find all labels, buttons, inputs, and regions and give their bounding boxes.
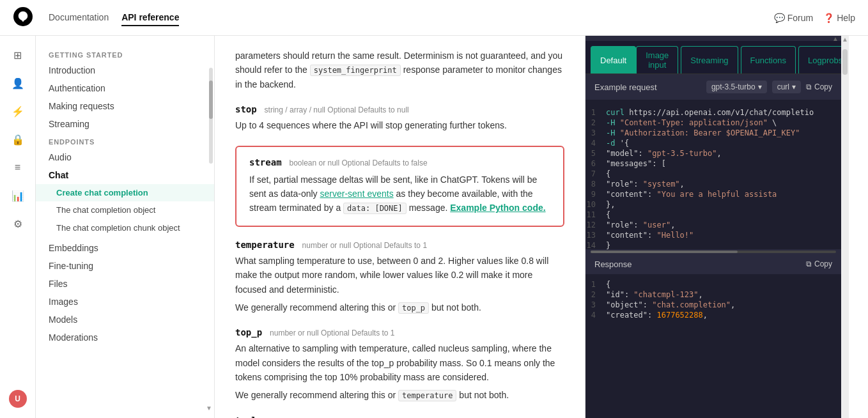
code-line: 2 "id": "chatcmpl-123", <box>585 290 841 300</box>
sidebar-item-chat-completion-chunk[interactable]: The chat completion chunk object <box>36 219 214 239</box>
stream-param-block: stream boolean or null Optional Defaults… <box>235 146 564 227</box>
scroll-thumb <box>591 251 738 253</box>
help-link[interactable]: ❓ Help <box>823 13 855 23</box>
avatar[interactable]: U <box>6 387 29 410</box>
doc-link[interactable]: Documentation <box>49 10 109 26</box>
stream-param-name: stream <box>249 157 282 167</box>
forum-icon: 💬 <box>774 13 785 23</box>
sidebar-item-files[interactable]: Files <box>36 275 214 293</box>
response-header: Response ⧉ Copy <box>585 254 841 274</box>
chart-icon[interactable]: 📊 <box>6 184 29 207</box>
stream-param-header: stream boolean or null Optional Defaults… <box>249 157 550 167</box>
sidebar-scroll-thumb <box>209 81 213 119</box>
doc-content: parameters should return the same result… <box>215 36 585 418</box>
lock-icon[interactable]: 🔒 <box>6 128 29 151</box>
stop-param-header: stop string / array / null Optional Defa… <box>235 104 564 114</box>
top-right: 💬 Forum ❓ Help <box>774 13 855 23</box>
sidebar-item-embeddings[interactable]: Embeddings <box>36 239 214 257</box>
lang-selector[interactable]: curl ▾ <box>772 81 801 93</box>
sidebar-item-chat[interactable]: Chat <box>36 166 214 184</box>
tab-logprobs[interactable]: Logprobs <box>798 46 841 74</box>
response-code: 1{2 "id": "chatcmpl-123",3 "object": "ch… <box>585 274 841 419</box>
tab-image-input[interactable]: Image input <box>636 46 678 74</box>
sidebar-item-fine-tuning[interactable]: Fine-tuning <box>36 257 214 275</box>
tabs-bar: Default Image input Streaming Functions … <box>585 41 841 74</box>
tools-param: tools array Optional A list of tools the… <box>235 415 564 418</box>
top-nav: Documentation API reference 💬 Forum ❓ He… <box>0 0 868 36</box>
scroll-track <box>591 251 836 253</box>
code-line: 3 -H "Authorization: Bearer $OPENAI_API_… <box>585 128 841 138</box>
temperature-param-meta: number or null Optional Defaults to 1 <box>302 241 427 250</box>
sidebar-item-moderations[interactable]: Moderations <box>36 329 214 346</box>
model-selector[interactable]: gpt-3.5-turbo ▾ <box>706 81 767 93</box>
scroll-down-icon: ▼ <box>204 405 214 412</box>
top-p-param-desc1: An alternative to sampling with temperat… <box>235 341 564 384</box>
intro-para: parameters should return the same result… <box>235 49 564 91</box>
example-request-header: Example request gpt-3.5-turbo ▾ curl ▾ ⧉… <box>585 74 841 100</box>
sidebar-item-making-requests[interactable]: Making requests <box>36 97 214 115</box>
help-icon: ❓ <box>823 13 834 23</box>
user-avatar: U <box>9 390 27 408</box>
data-done-code: data: [DONE] <box>343 203 407 214</box>
example-python-link[interactable]: Example Python code. <box>450 203 545 213</box>
code-line: 7 { <box>585 169 841 179</box>
right-scroll-thumb <box>842 49 848 75</box>
endpoints-title: ENDPOINTS <box>36 133 214 148</box>
code-line: 6 "messages": [ <box>585 159 841 169</box>
stop-param: stop string / array / null Optional Defa… <box>235 104 564 132</box>
gear-icon[interactable]: ⚙ <box>6 212 29 235</box>
horizontal-scrollbar[interactable] <box>585 249 841 254</box>
tools-param-header: tools array Optional <box>235 415 564 418</box>
sidebar-item-introduction[interactable]: Introduction <box>36 61 214 79</box>
code-line: 2 -H "Content-Type: application/json" \ <box>585 118 841 128</box>
temperature-param-desc2: We generally recommend altering this or … <box>235 300 564 314</box>
api-ref-link[interactable]: API reference <box>121 10 179 26</box>
code-line: 12 "role": "user", <box>585 220 841 230</box>
temperature-param-desc1: What sampling temperature to use, betwee… <box>235 254 564 297</box>
code-line: 9 "content": "You are a helpful assista <box>585 189 841 199</box>
tab-functions[interactable]: Functions <box>741 46 796 74</box>
example-copy-button[interactable]: ⧉ Copy <box>806 82 832 91</box>
lang-chevron-icon: ▾ <box>792 82 796 91</box>
temperature-param: temperature number or null Optional Defa… <box>235 240 564 315</box>
user-icon[interactable]: 👤 <box>6 72 29 95</box>
chevron-down-icon: ▾ <box>758 82 762 91</box>
code-line: 11 { <box>585 210 841 220</box>
right-scroll-up-icon: ▲ <box>842 36 848 43</box>
code-line: 4 "created": 1677652288, <box>585 310 841 320</box>
logo <box>13 6 33 29</box>
sidebar-item-audio[interactable]: Audio <box>36 148 214 166</box>
copy-icon: ⧉ <box>806 82 812 91</box>
main-layout: ⊞ 👤 ⚡ 🔒 ≡ 📊 ⚙ U GETTING STARTED Introduc… <box>0 36 868 418</box>
right-panel: ▲ Default Image input Streaming Function… <box>585 36 841 418</box>
getting-started-title: GETTING STARTED <box>36 46 214 61</box>
tab-default[interactable]: Default <box>591 46 636 74</box>
sidebar-item-create-chat-completion[interactable]: Create chat completion <box>36 184 214 201</box>
temperature-code: temperature <box>398 390 456 401</box>
sidebar-item-models[interactable]: Models <box>36 311 214 329</box>
server-sent-events-link[interactable]: server-sent events <box>320 189 394 199</box>
code-line: 1curl https://api.openai.com/v1/chat/com… <box>585 107 841 118</box>
sidebar-item-streaming[interactable]: Streaming <box>36 115 214 133</box>
sidebar-item-authentication[interactable]: Authentication <box>36 79 214 97</box>
stream-param-desc: If set, partial message deltas will be s… <box>249 173 550 215</box>
stream-param-meta: boolean or null Optional Defaults to fal… <box>289 159 427 167</box>
top-p-param-header: top_p number or null Optional Defaults t… <box>235 327 564 337</box>
code-line: 8 "role": "system", <box>585 179 841 189</box>
sidebar-item-chat-completion-object[interactable]: The chat completion object <box>36 201 214 219</box>
sidebar: GETTING STARTED Introduction Authenticat… <box>36 36 215 418</box>
forum-link[interactable]: 💬 Forum <box>774 13 813 23</box>
list-icon[interactable]: ≡ <box>6 156 29 179</box>
code-block: 1curl https://api.openai.com/v1/chat/com… <box>585 100 841 249</box>
right-edge-scrollbar[interactable]: ▲ <box>841 36 849 418</box>
nav-links: Documentation API reference <box>49 10 179 26</box>
home-icon[interactable]: ⊞ <box>6 43 29 66</box>
code-line: 1{ <box>585 279 841 290</box>
sidebar-scrollbar[interactable] <box>209 68 213 164</box>
response-copy-button[interactable]: ⧉ Copy <box>806 259 832 268</box>
tab-streaming[interactable]: Streaming <box>681 46 738 74</box>
code-line: 14 } <box>585 240 841 249</box>
sidebar-item-images[interactable]: Images <box>36 293 214 311</box>
system-fingerprint-code: system_fingerprint <box>310 65 401 76</box>
flash-icon[interactable]: ⚡ <box>6 100 29 123</box>
